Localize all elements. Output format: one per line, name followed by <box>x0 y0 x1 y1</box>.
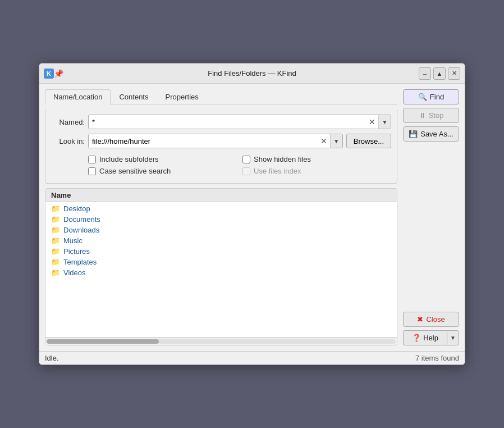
lookin-clear-button[interactable]: ✕ <box>318 135 330 147</box>
include-subfolders-row: Include subfolders <box>88 155 237 163</box>
find-label: Find <box>430 93 444 101</box>
case-sensitive-checkbox[interactable] <box>88 167 96 175</box>
named-row: Named: ✕ ▼ <box>51 115 391 129</box>
lookin-input[interactable] <box>89 134 318 148</box>
list-item[interactable]: 📁Downloads <box>45 225 397 235</box>
item-name: Videos <box>63 268 86 277</box>
scrollbar-thumb[interactable] <box>47 339 159 344</box>
checkboxes-area: Include subfolders Show hidden files Cas… <box>51 153 391 177</box>
name-location-form: Named: ✕ ▼ Look in: ✕ ▼ Browse... <box>45 109 397 184</box>
folder-icon: 📁 <box>51 247 60 256</box>
use-files-index-row: Use files index <box>242 167 391 175</box>
folder-icon: 📁 <box>51 258 60 266</box>
find-button[interactable]: 🔍 Find <box>403 89 459 104</box>
tab-bar: Name/Location Contents Properties <box>45 89 397 104</box>
help-label: Help <box>423 334 438 342</box>
lookin-row: Look in: ✕ ▼ Browse... <box>51 134 391 148</box>
horizontal-scrollbar[interactable] <box>45 337 397 345</box>
item-name: Documents <box>63 215 100 224</box>
tab-properties[interactable]: Properties <box>157 89 207 104</box>
window-title: Find Files/Folders — KFind <box>208 69 296 78</box>
save-as-label: Save As... <box>420 130 453 138</box>
list-item[interactable]: 📁Templates <box>45 257 397 267</box>
list-item[interactable]: 📁Desktop <box>45 203 397 214</box>
named-input-wrapper: ✕ ▼ <box>88 115 391 129</box>
folder-icon: 📁 <box>51 268 60 277</box>
close-icon: ✖ <box>417 315 423 324</box>
results-body: 📁Desktop📁Documents📁Downloads📁Music📁Pictu… <box>45 202 397 337</box>
list-item[interactable]: 📁Documents <box>45 214 397 225</box>
stop-icon: ⏸ <box>419 111 426 120</box>
help-icon: ❓ <box>412 334 421 342</box>
item-name: Downloads <box>63 226 99 234</box>
named-input[interactable] <box>89 115 366 129</box>
named-dropdown-button[interactable]: ▼ <box>378 115 391 129</box>
bottom-right-buttons: ✖ Close ❓ Help ▼ <box>403 312 459 345</box>
case-sensitive-label: Case sensitive search <box>99 167 171 175</box>
main-content: Name/Location Contents Properties Named:… <box>39 84 465 351</box>
close-button[interactable]: ✖ Close <box>403 312 459 327</box>
case-sensitive-row: Case sensitive search <box>88 167 237 175</box>
lookin-dropdown-button[interactable]: ▼ <box>330 134 342 148</box>
item-name: Pictures <box>63 247 90 256</box>
close-label: Close <box>426 315 445 324</box>
close-window-button[interactable]: ✕ <box>448 67 460 80</box>
tab-contents[interactable]: Contents <box>111 89 157 104</box>
help-dropdown-button[interactable]: ▼ <box>447 330 459 345</box>
results-panel: Name 📁Desktop📁Documents📁Downloads📁Music📁… <box>45 188 397 345</box>
named-label: Named: <box>51 118 85 126</box>
item-name: Templates <box>63 258 97 266</box>
pin-icon: 📌 <box>54 69 63 78</box>
search-icon: 🔍 <box>418 93 427 101</box>
right-panel: 🔍 Find ⏸ Stop 💾 Save As... ✖ Close ❓ <box>403 89 459 345</box>
use-files-index-checkbox <box>242 167 250 175</box>
list-item[interactable]: 📁Videos <box>45 267 397 278</box>
save-icon: 💾 <box>409 130 418 138</box>
list-item[interactable]: 📁Music <box>45 235 397 246</box>
show-hidden-files-checkbox[interactable] <box>242 156 250 163</box>
named-clear-button[interactable]: ✕ <box>366 116 378 128</box>
maximize-button[interactable]: ▲ <box>433 67 446 80</box>
titlebar: K 📌 Find Files/Folders — KFind – ▲ ✕ <box>39 63 465 84</box>
status-bar: Idle. 7 items found <box>39 351 465 365</box>
main-window: K 📌 Find Files/Folders — KFind – ▲ ✕ Nam… <box>39 63 465 365</box>
left-panel: Name/Location Contents Properties Named:… <box>45 89 397 345</box>
idle-text: Idle. <box>45 354 59 362</box>
folder-icon: 📁 <box>51 204 60 213</box>
folder-icon: 📁 <box>51 215 60 224</box>
window-controls: – ▲ ✕ <box>419 67 460 80</box>
results-header: Name <box>45 189 397 202</box>
scrollbar-track <box>47 339 396 344</box>
help-button-group: ❓ Help ▼ <box>403 330 459 345</box>
save-as-button[interactable]: 💾 Save As... <box>403 126 459 142</box>
list-item[interactable]: 📁Pictures <box>45 246 397 257</box>
item-name: Music <box>63 236 83 245</box>
show-hidden-files-label: Show hidden files <box>254 155 311 163</box>
stop-button[interactable]: ⏸ Stop <box>403 108 459 123</box>
help-button[interactable]: ❓ Help <box>403 330 447 345</box>
tab-name-location[interactable]: Name/Location <box>45 89 111 104</box>
stop-label: Stop <box>429 111 444 120</box>
browse-button[interactable]: Browse... <box>346 134 391 148</box>
folder-icon: 📁 <box>51 236 60 245</box>
folder-icon: 📁 <box>51 226 60 234</box>
items-found: 7 items found <box>415 354 459 362</box>
include-subfolders-checkbox[interactable] <box>88 156 96 163</box>
use-files-index-label: Use files index <box>254 167 301 175</box>
minimize-button[interactable]: – <box>419 67 431 80</box>
item-name: Desktop <box>63 204 90 213</box>
app-icon: K <box>44 69 54 79</box>
show-hidden-files-row: Show hidden files <box>242 155 391 163</box>
lookin-label: Look in: <box>51 137 85 145</box>
lookin-input-wrapper: ✕ ▼ <box>88 134 343 148</box>
include-subfolders-label: Include subfolders <box>99 155 159 163</box>
